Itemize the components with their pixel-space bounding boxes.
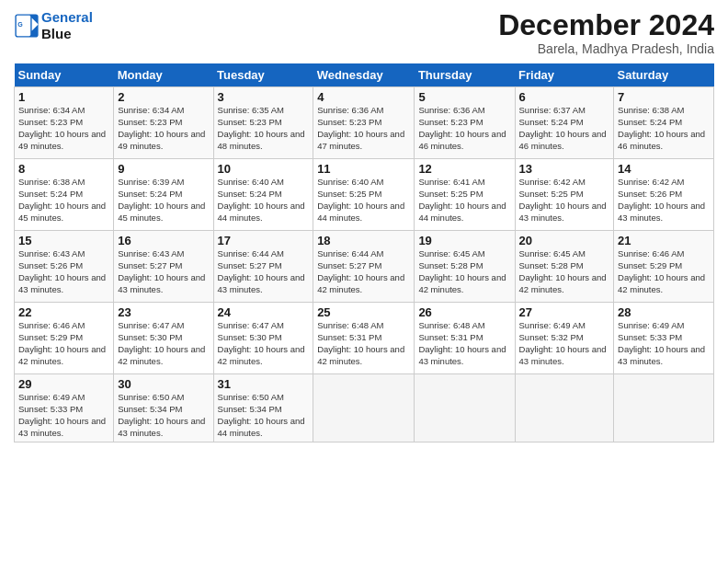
day-number: 23 <box>118 305 209 319</box>
day-detail: Sunrise: 6:40 AMSunset: 5:25 PMDaylight:… <box>317 177 404 222</box>
day-detail: Sunrise: 6:41 AMSunset: 5:25 PMDaylight:… <box>418 177 506 222</box>
day-cell: 18Sunrise: 6:44 AMSunset: 5:27 PMDayligh… <box>313 231 415 303</box>
day-detail: Sunrise: 6:43 AMSunset: 5:26 PMDaylight:… <box>18 248 106 293</box>
day-number: 26 <box>418 305 510 319</box>
day-cell: 3Sunrise: 6:35 AMSunset: 5:23 PMDaylight… <box>213 87 313 159</box>
day-cell: 19Sunrise: 6:45 AMSunset: 5:28 PMDayligh… <box>415 231 515 303</box>
day-number: 11 <box>317 162 410 176</box>
day-detail: Sunrise: 6:42 AMSunset: 5:26 PMDaylight:… <box>618 177 705 222</box>
calendar-table: SundayMondayTuesdayWednesdayThursdayFrid… <box>14 63 714 442</box>
day-detail: Sunrise: 6:38 AMSunset: 5:24 PMDaylight:… <box>18 177 106 222</box>
logo-text: General Blue <box>41 9 93 42</box>
header-sunday: Sunday <box>15 63 114 87</box>
day-number: 3 <box>218 90 310 104</box>
day-cell: 8Sunrise: 6:38 AMSunset: 5:24 PMDaylight… <box>15 159 114 231</box>
day-number: 30 <box>118 377 209 391</box>
calendar-header: G General Blue December 2024 Barela, Mad… <box>14 9 714 56</box>
day-number: 4 <box>317 90 410 104</box>
day-detail: Sunrise: 6:47 AMSunset: 5:30 PMDaylight:… <box>218 320 305 365</box>
day-cell: 6Sunrise: 6:37 AMSunset: 5:24 PMDaylight… <box>515 87 614 159</box>
day-cell: 22Sunrise: 6:46 AMSunset: 5:29 PMDayligh… <box>15 303 114 374</box>
day-detail: Sunrise: 6:44 AMSunset: 5:27 PMDaylight:… <box>317 248 404 293</box>
day-number: 14 <box>618 162 710 176</box>
day-number: 17 <box>218 234 310 247</box>
day-detail: Sunrise: 6:36 AMSunset: 5:23 PMDaylight:… <box>418 105 506 150</box>
week-row-5: 29Sunrise: 6:49 AMSunset: 5:33 PMDayligh… <box>15 374 714 442</box>
day-cell: 23Sunrise: 6:47 AMSunset: 5:30 PMDayligh… <box>114 303 213 374</box>
title-section: December 2024 Barela, Madhya Pradesh, In… <box>498 9 714 56</box>
day-detail: Sunrise: 6:49 AMSunset: 5:33 PMDaylight:… <box>618 320 705 365</box>
header-row: SundayMondayTuesdayWednesdayThursdayFrid… <box>15 63 714 87</box>
day-number: 15 <box>18 234 109 247</box>
day-detail: Sunrise: 6:37 AMSunset: 5:24 PMDaylight:… <box>519 105 607 150</box>
day-cell: 20Sunrise: 6:45 AMSunset: 5:28 PMDayligh… <box>515 231 614 303</box>
day-number: 24 <box>218 305 310 319</box>
day-detail: Sunrise: 6:50 AMSunset: 5:34 PMDaylight:… <box>118 392 205 437</box>
day-detail: Sunrise: 6:34 AMSunset: 5:23 PMDaylight:… <box>18 105 106 150</box>
day-detail: Sunrise: 6:47 AMSunset: 5:30 PMDaylight:… <box>118 320 205 365</box>
day-cell: 25Sunrise: 6:48 AMSunset: 5:31 PMDayligh… <box>313 303 415 374</box>
logo: G General Blue <box>14 9 93 42</box>
day-detail: Sunrise: 6:49 AMSunset: 5:33 PMDaylight:… <box>18 392 106 437</box>
day-cell: 4Sunrise: 6:36 AMSunset: 5:23 PMDaylight… <box>313 87 415 159</box>
day-number: 27 <box>519 305 610 319</box>
day-cell: 10Sunrise: 6:40 AMSunset: 5:24 PMDayligh… <box>213 159 313 231</box>
week-row-1: 1Sunrise: 6:34 AMSunset: 5:23 PMDaylight… <box>15 87 714 159</box>
calendar-container: G General Blue December 2024 Barela, Mad… <box>0 0 728 563</box>
day-cell: 26Sunrise: 6:48 AMSunset: 5:31 PMDayligh… <box>415 303 515 374</box>
day-detail: Sunrise: 6:45 AMSunset: 5:28 PMDaylight:… <box>418 248 506 293</box>
day-cell: 11Sunrise: 6:40 AMSunset: 5:25 PMDayligh… <box>313 159 415 231</box>
day-cell: 9Sunrise: 6:39 AMSunset: 5:24 PMDaylight… <box>114 159 213 231</box>
day-number: 31 <box>218 377 310 391</box>
day-detail: Sunrise: 6:46 AMSunset: 5:29 PMDaylight:… <box>618 248 705 293</box>
header-tuesday: Tuesday <box>213 63 313 87</box>
day-detail: Sunrise: 6:40 AMSunset: 5:24 PMDaylight:… <box>218 177 305 222</box>
day-cell: 21Sunrise: 6:46 AMSunset: 5:29 PMDayligh… <box>614 231 714 303</box>
day-number: 29 <box>18 377 109 391</box>
day-cell: 1Sunrise: 6:34 AMSunset: 5:23 PMDaylight… <box>15 87 114 159</box>
day-number: 18 <box>317 234 410 247</box>
day-detail: Sunrise: 6:42 AMSunset: 5:25 PMDaylight:… <box>519 177 607 222</box>
day-cell <box>313 374 415 442</box>
day-cell: 24Sunrise: 6:47 AMSunset: 5:30 PMDayligh… <box>213 303 313 374</box>
day-number: 5 <box>418 90 510 104</box>
logo-blue: Blue <box>41 26 72 41</box>
day-detail: Sunrise: 6:35 AMSunset: 5:23 PMDaylight:… <box>218 105 305 150</box>
day-cell: 5Sunrise: 6:36 AMSunset: 5:23 PMDaylight… <box>415 87 515 159</box>
logo-general: General <box>41 9 93 25</box>
day-cell: 27Sunrise: 6:49 AMSunset: 5:32 PMDayligh… <box>515 303 614 374</box>
day-cell: 15Sunrise: 6:43 AMSunset: 5:26 PMDayligh… <box>15 231 114 303</box>
week-row-3: 15Sunrise: 6:43 AMSunset: 5:26 PMDayligh… <box>15 231 714 303</box>
day-number: 20 <box>519 234 610 247</box>
day-cell: 7Sunrise: 6:38 AMSunset: 5:24 PMDaylight… <box>614 87 714 159</box>
day-number: 28 <box>618 305 710 319</box>
day-detail: Sunrise: 6:48 AMSunset: 5:31 PMDaylight:… <box>317 320 404 365</box>
day-cell: 2Sunrise: 6:34 AMSunset: 5:23 PMDaylight… <box>114 87 213 159</box>
month-title: December 2024 <box>498 9 714 41</box>
day-detail: Sunrise: 6:38 AMSunset: 5:24 PMDaylight:… <box>618 105 705 150</box>
day-cell <box>614 374 714 442</box>
day-number: 10 <box>218 162 310 176</box>
day-cell <box>415 374 515 442</box>
day-cell: 14Sunrise: 6:42 AMSunset: 5:26 PMDayligh… <box>614 159 714 231</box>
day-detail: Sunrise: 6:36 AMSunset: 5:23 PMDaylight:… <box>317 105 404 150</box>
day-cell: 28Sunrise: 6:49 AMSunset: 5:33 PMDayligh… <box>614 303 714 374</box>
day-detail: Sunrise: 6:49 AMSunset: 5:32 PMDaylight:… <box>519 320 607 365</box>
day-detail: Sunrise: 6:46 AMSunset: 5:29 PMDaylight:… <box>18 320 106 365</box>
week-row-4: 22Sunrise: 6:46 AMSunset: 5:29 PMDayligh… <box>15 303 714 374</box>
day-cell <box>515 374 614 442</box>
day-cell: 30Sunrise: 6:50 AMSunset: 5:34 PMDayligh… <box>114 374 213 442</box>
day-cell: 12Sunrise: 6:41 AMSunset: 5:25 PMDayligh… <box>415 159 515 231</box>
day-cell: 13Sunrise: 6:42 AMSunset: 5:25 PMDayligh… <box>515 159 614 231</box>
day-detail: Sunrise: 6:50 AMSunset: 5:34 PMDaylight:… <box>218 392 305 437</box>
day-number: 9 <box>118 162 209 176</box>
day-number: 2 <box>118 90 209 104</box>
day-number: 22 <box>18 305 109 319</box>
day-number: 16 <box>118 234 209 247</box>
header-thursday: Thursday <box>415 63 515 87</box>
day-detail: Sunrise: 6:39 AMSunset: 5:24 PMDaylight:… <box>118 177 205 222</box>
day-number: 12 <box>418 162 510 176</box>
day-cell: 17Sunrise: 6:44 AMSunset: 5:27 PMDayligh… <box>213 231 313 303</box>
day-number: 19 <box>418 234 510 247</box>
day-detail: Sunrise: 6:44 AMSunset: 5:27 PMDaylight:… <box>218 248 305 293</box>
